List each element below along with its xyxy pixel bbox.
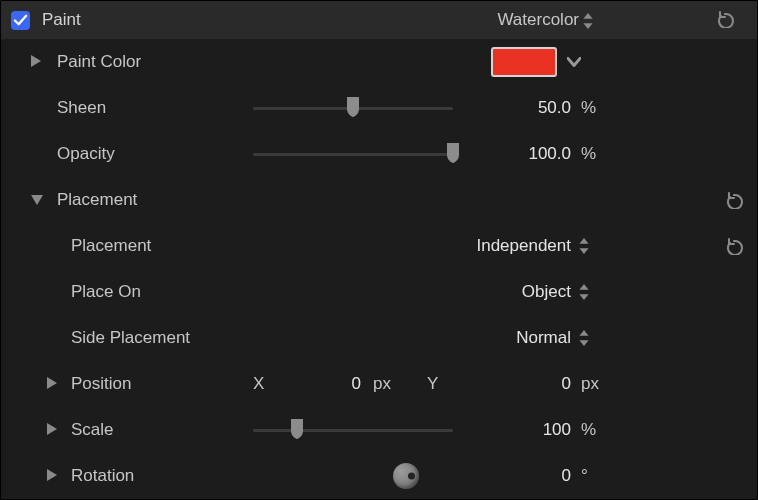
scale-slider[interactable] [253, 429, 453, 432]
place-on-label: Place On [71, 282, 141, 302]
chevron-down-icon[interactable] [567, 52, 581, 72]
chevron-updown-icon [579, 269, 589, 315]
position-y-value[interactable]: 0 [461, 374, 571, 394]
sheen-row: Sheen 50.0 % [1, 85, 757, 131]
place-on-row: Place On Object [1, 269, 757, 315]
rotation-unit: ° [581, 466, 588, 486]
opacity-unit: % [581, 144, 596, 164]
disclosure-triangle-icon[interactable] [47, 466, 57, 486]
disclosure-triangle-icon[interactable] [31, 52, 41, 72]
scale-row: Scale 100 % [1, 407, 757, 453]
reset-button[interactable] [725, 237, 743, 255]
section-header: Paint Watercolor [1, 1, 757, 39]
placement-group-row: Placement [1, 177, 757, 223]
x-axis-label: X [253, 374, 264, 394]
enable-checkbox[interactable] [11, 11, 30, 30]
rotation-value[interactable]: 0 [461, 453, 571, 499]
reset-button[interactable] [725, 191, 743, 209]
placement-dropdown[interactable]: Independent [461, 223, 571, 269]
position-x-unit: px [373, 374, 391, 394]
position-label: Position [71, 374, 131, 394]
chevron-updown-icon [579, 223, 589, 269]
chevron-updown-icon [583, 13, 593, 29]
preset-value: Watercolor [497, 10, 579, 30]
placement-label: Placement [71, 236, 151, 256]
placement-group-label: Placement [57, 190, 137, 210]
chevron-updown-icon [579, 315, 589, 361]
reset-button[interactable] [716, 10, 734, 33]
sheen-value[interactable]: 50.0 [461, 85, 571, 131]
place-on-dropdown[interactable]: Object [461, 269, 571, 315]
disclosure-triangle-icon[interactable] [47, 374, 57, 394]
paint-inspector-panel: Paint Watercolor Paint Color Sheen [0, 0, 758, 500]
position-row: Position X 0 px Y 0 px [1, 361, 757, 407]
rotation-row: Rotation 0 ° [1, 453, 757, 499]
section-title: Paint [42, 10, 81, 30]
opacity-value[interactable]: 100.0 [461, 131, 571, 177]
disclosure-triangle-icon[interactable] [31, 190, 43, 210]
position-y-unit: px [581, 374, 599, 394]
paint-color-row: Paint Color [1, 39, 757, 85]
disclosure-triangle-icon[interactable] [47, 420, 57, 440]
side-placement-dropdown[interactable]: Normal [461, 315, 571, 361]
y-axis-label: Y [427, 374, 438, 394]
rotation-dial[interactable] [393, 463, 419, 489]
sheen-slider[interactable] [253, 107, 453, 110]
opacity-row: Opacity 100.0 % [1, 131, 757, 177]
sheen-unit: % [581, 98, 596, 118]
opacity-label: Opacity [57, 144, 115, 164]
side-placement-row: Side Placement Normal [1, 315, 757, 361]
position-x-value[interactable]: 0 [301, 374, 361, 394]
scale-value[interactable]: 100 [461, 407, 571, 453]
color-well[interactable] [491, 47, 557, 77]
side-placement-label: Side Placement [71, 328, 190, 348]
rotation-label: Rotation [71, 466, 134, 486]
scale-label: Scale [71, 420, 114, 440]
preset-dropdown[interactable]: Watercolor [497, 10, 593, 30]
scale-unit: % [581, 420, 596, 440]
opacity-slider[interactable] [253, 153, 453, 156]
paint-color-label: Paint Color [57, 52, 141, 72]
sheen-label: Sheen [57, 98, 106, 118]
placement-row: Placement Independent [1, 223, 757, 269]
